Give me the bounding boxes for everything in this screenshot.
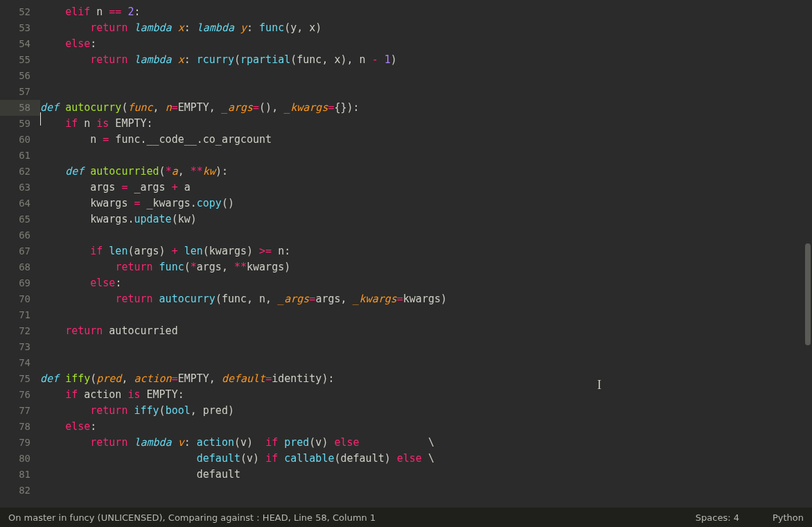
scrollbar-thumb[interactable] xyxy=(805,243,811,345)
code-line[interactable]: 61 xyxy=(0,148,812,164)
line-number: 58 xyxy=(0,100,40,116)
status-language[interactable]: Python xyxy=(773,512,804,523)
code-content[interactable]: return lambda x: rcurry(rpartial(func, x… xyxy=(40,52,812,68)
code-line[interactable]: 55 return lambda x: rcurry(rpartial(func… xyxy=(0,52,812,68)
code-line[interactable]: 69 else: xyxy=(0,275,812,291)
code-line[interactable]: 60 n = func.__code__.co_argcount xyxy=(0,132,812,148)
code-line[interactable]: 78 else: xyxy=(0,419,812,435)
code-line[interactable]: 77 return iffy(bool, pred) xyxy=(0,403,812,419)
code-line[interactable]: 63 args = _args + a xyxy=(0,180,812,196)
code-line[interactable]: 68 return func(*args, **kwargs) xyxy=(0,259,812,275)
line-number: 62 xyxy=(0,164,40,180)
code-content[interactable]: n = func.__code__.co_argcount xyxy=(40,132,812,148)
code-line[interactable]: 71 xyxy=(0,307,812,323)
code-line[interactable]: 79 return lambda v: action(v) if pred(v)… xyxy=(0,435,812,451)
line-number: 82 xyxy=(0,483,40,499)
code-content[interactable]: else: xyxy=(40,419,812,435)
line-number: 54 xyxy=(0,36,40,52)
code-line[interactable]: 62 def autocurried(*a, **kw): xyxy=(0,164,812,180)
code-content[interactable]: kwargs = _kwargs.copy() xyxy=(40,196,812,211)
code-line[interactable]: 58def autocurry(func, n=EMPTY, _args=(),… xyxy=(0,100,812,116)
line-number: 72 xyxy=(0,323,40,339)
line-number: 56 xyxy=(0,68,40,84)
code-line[interactable]: 59 if n is EMPTY: xyxy=(0,116,812,132)
code-content[interactable]: args = _args + a xyxy=(40,180,812,196)
code-line[interactable]: 54 else: xyxy=(0,36,812,52)
code-line[interactable]: 76 if action is EMPTY: xyxy=(0,387,812,403)
status-indent[interactable]: Spaces: 4 xyxy=(696,512,739,523)
code-content[interactable]: return lambda x: lambda y: func(y, x) xyxy=(40,20,812,36)
line-number: 73 xyxy=(0,339,40,355)
line-number: 77 xyxy=(0,403,40,419)
status-bar: On master in funcy (UNLICENSED), Compari… xyxy=(0,508,812,527)
status-left[interactable]: On master in funcy (UNLICENSED), Compari… xyxy=(8,512,696,523)
code-line[interactable]: 67 if len(args) + len(kwargs) >= n: xyxy=(0,243,812,259)
code-content[interactable]: kwargs.update(kw) xyxy=(40,211,812,227)
line-number: 80 xyxy=(0,451,40,467)
line-number: 60 xyxy=(0,132,40,148)
line-number: 52 xyxy=(0,4,40,20)
line-number: 71 xyxy=(0,307,40,323)
code-content[interactable]: return func(*args, **kwargs) xyxy=(40,259,812,275)
line-number: 66 xyxy=(0,227,40,243)
code-editor[interactable]: 51 return func52 elif n == 2:53 return l… xyxy=(0,0,812,508)
line-number: 79 xyxy=(0,435,40,451)
line-number: 63 xyxy=(0,180,40,196)
line-number: 81 xyxy=(0,467,40,483)
line-number: 55 xyxy=(0,52,40,68)
code-line[interactable]: 56 xyxy=(0,68,812,84)
code-line[interactable]: 82 xyxy=(0,483,812,499)
code-line[interactable]: 57 xyxy=(0,84,812,100)
code-content[interactable]: return lambda v: action(v) if pred(v) el… xyxy=(40,435,812,451)
line-number: 57 xyxy=(0,84,40,100)
code-line[interactable]: 53 return lambda x: lambda y: func(y, x) xyxy=(0,20,812,36)
line-number: 65 xyxy=(0,211,40,227)
code-content[interactable]: if n is EMPTY: xyxy=(40,116,812,132)
line-number: 64 xyxy=(0,196,40,211)
code-line[interactable]: 64 kwargs = _kwargs.copy() xyxy=(0,196,812,211)
code-content[interactable]: if action is EMPTY: xyxy=(40,387,812,403)
line-number: 61 xyxy=(0,148,40,164)
line-number: 68 xyxy=(0,259,40,275)
code-line[interactable]: 80 default(v) if callable(default) else … xyxy=(0,451,812,467)
code-content[interactable]: else: xyxy=(40,275,812,291)
code-content[interactable]: default(v) if callable(default) else \ xyxy=(40,451,812,467)
code-content[interactable]: if len(args) + len(kwargs) >= n: xyxy=(40,243,812,259)
code-content[interactable]: elif n == 2: xyxy=(40,4,812,20)
code-content[interactable]: def iffy(pred, action=EMPTY, default=ide… xyxy=(40,371,812,387)
code-line[interactable]: 70 return autocurry(func, n, _args=args,… xyxy=(0,291,812,307)
code-line[interactable]: 52 elif n == 2: xyxy=(0,4,812,20)
line-number: 69 xyxy=(0,275,40,291)
line-number: 59 xyxy=(0,116,40,132)
code-content[interactable]: return autocurried xyxy=(40,323,812,339)
code-line[interactable]: 75def iffy(pred, action=EMPTY, default=i… xyxy=(0,371,812,387)
status-vcs-text: On master in funcy (UNLICENSED), Compari… xyxy=(8,512,376,523)
code-content[interactable]: return autocurry(func, n, _args=args, _k… xyxy=(40,291,812,307)
code-line[interactable]: 66 xyxy=(0,227,812,243)
code-line[interactable]: 73 xyxy=(0,339,812,355)
code-content[interactable]: def autocurry(func, n=EMPTY, _args=(), _… xyxy=(40,100,812,116)
line-number: 78 xyxy=(0,419,40,435)
vertical-scrollbar[interactable] xyxy=(804,0,811,508)
line-number: 70 xyxy=(0,291,40,307)
code-line[interactable]: 74 xyxy=(0,355,812,371)
code-line[interactable]: 65 kwargs.update(kw) xyxy=(0,211,812,227)
line-number: 53 xyxy=(0,20,40,36)
line-number: 74 xyxy=(0,355,40,371)
code-content[interactable]: def autocurried(*a, **kw): xyxy=(40,164,812,180)
code-content[interactable]: else: xyxy=(40,36,812,52)
code-line[interactable]: 72 return autocurried xyxy=(0,323,812,339)
code-line[interactable]: 81 default xyxy=(0,467,812,483)
code-content[interactable]: return iffy(bool, pred) xyxy=(40,403,812,419)
line-number: 75 xyxy=(0,371,40,387)
code-content[interactable]: default xyxy=(40,467,812,483)
line-number: 76 xyxy=(0,387,40,403)
line-number: 67 xyxy=(0,243,40,259)
